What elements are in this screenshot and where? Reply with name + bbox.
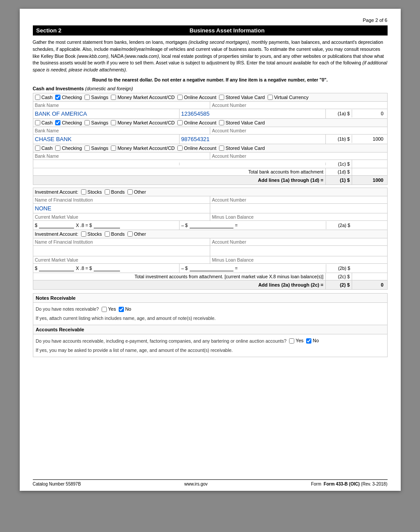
invest2-acct-label: Account Number xyxy=(210,238,387,245)
invest2-bonds-checkbox[interactable]: Bonds xyxy=(105,231,125,237)
notes-yes-input[interactable] xyxy=(102,307,107,312)
invest1-market-label-row: Current Market Value Minus Loan Balance xyxy=(33,213,388,220)
row1-savings-input[interactable] xyxy=(85,95,90,100)
row3-cash-input[interactable] xyxy=(35,145,40,151)
row3-checking-checkbox[interactable]: Checking xyxy=(55,145,82,151)
row2-savings-checkbox[interactable]: Savings xyxy=(85,120,108,125)
row3-money-market-input[interactable] xyxy=(111,145,116,151)
invest2-market-value-field[interactable] xyxy=(39,265,74,271)
row2-stored-value-label: Stored Value Card xyxy=(226,120,265,125)
row2-money-market-checkbox[interactable]: Money Market Account/CD xyxy=(111,120,175,125)
invest2-other-checkbox[interactable]: Other xyxy=(127,231,146,237)
row3-money-market-label: Money Market Account/CD xyxy=(117,145,175,151)
row3-money-market-checkbox[interactable]: Money Market Account/CD xyxy=(111,145,175,151)
row1-values: BANK OF AMERICA 123654585 (1a) $ 0 xyxy=(33,109,388,118)
row1-cash-checkbox[interactable]: Cash xyxy=(35,95,53,100)
row3-stored-value-checkbox[interactable]: Stored Value Card xyxy=(219,145,265,151)
invest2-dollar: $ xyxy=(35,266,38,271)
row2-online-account-checkbox[interactable]: Online Account xyxy=(177,120,216,125)
invest2-calc-right: – $ = xyxy=(180,264,326,273)
row3-labels: Bank Name Account Number xyxy=(33,152,388,160)
invest1-stocks-checkbox[interactable]: Stocks xyxy=(81,189,102,195)
invest1-bonds-label: Bonds xyxy=(111,189,125,195)
row3-cash-checkbox[interactable]: Cash xyxy=(35,145,53,151)
accounts-receivable-block: Accounts Receivable Do you have accounts… xyxy=(33,325,388,357)
row3-line-value xyxy=(352,163,387,165)
invest1-calc-left: $ X .8 = $ xyxy=(33,221,180,230)
row2-online-account-input[interactable] xyxy=(177,120,183,125)
row3-stored-value-input[interactable] xyxy=(219,145,224,151)
total-row-1: Add lines (1a) through (1d) = (1) $ 1000 xyxy=(33,175,388,185)
notes-no-checkbox[interactable]: No xyxy=(119,305,131,313)
invest1-label-row: Name of Financial Institution Account Nu… xyxy=(33,196,388,203)
row3-online-account-checkbox[interactable]: Online Account xyxy=(177,145,216,151)
invest1-bonds-input[interactable] xyxy=(105,189,110,195)
invest2-market-label-row: Current Market Value Minus Loan Balance xyxy=(33,256,388,263)
row2-stored-value-checkbox[interactable]: Stored Value Card xyxy=(219,120,265,125)
row1-bank-name-label: Bank Name xyxy=(33,102,211,109)
total-2-value: 0 xyxy=(352,280,387,289)
row1-money-market-checkbox[interactable]: Money Market Account/CD xyxy=(111,95,175,100)
invest1-stocks-input[interactable] xyxy=(81,189,86,195)
row1-online-account-label: Online Account xyxy=(184,95,216,100)
row1-online-account-input[interactable] xyxy=(177,95,183,100)
invest2-other-input[interactable] xyxy=(127,231,133,237)
accounts-receivable-content: Do you have accounts receivable, includi… xyxy=(33,334,387,356)
invest1-other-checkbox[interactable]: Other xyxy=(127,189,146,195)
round-note: Round to the nearest dollar. Do not ente… xyxy=(33,77,388,82)
invest2-formula-result-field[interactable] xyxy=(94,265,120,271)
row2-money-market-input[interactable] xyxy=(111,120,116,125)
invest2-loan-balance-field[interactable] xyxy=(190,265,233,271)
invest1-formula-result-field[interactable] xyxy=(94,222,120,228)
invest2-line-value xyxy=(352,267,387,270)
row2-cash-input[interactable] xyxy=(35,120,40,125)
invest1-name: NONE xyxy=(33,204,211,213)
subtotal-value xyxy=(352,171,387,173)
total-1-tag: (1) $ xyxy=(326,176,352,184)
row2-cash-checkbox[interactable]: Cash xyxy=(35,120,53,125)
invest1-label: Investment Account: xyxy=(35,189,78,195)
row2-checking-checkbox[interactable]: Checking xyxy=(55,120,82,125)
row2-stored-value-input[interactable] xyxy=(219,120,224,125)
invest1-minus: – $ xyxy=(181,223,188,228)
row1-stored-value-checkbox[interactable]: Stored Value Card xyxy=(219,95,265,100)
row2-savings-input[interactable] xyxy=(85,120,90,125)
row3-savings-checkbox[interactable]: Savings xyxy=(85,145,108,151)
accounts-no-input[interactable] xyxy=(306,338,311,344)
row3-checking-input[interactable] xyxy=(55,145,60,151)
row1-virtual-currency-input[interactable] xyxy=(268,95,273,100)
row1-bank-name: BANK OF AMERICA xyxy=(33,109,180,118)
invest1-loan-balance-field[interactable] xyxy=(190,222,233,228)
invest1-value-row: NONE xyxy=(33,203,388,213)
row1-checking-checkbox[interactable]: Checking xyxy=(55,95,82,100)
invest1-bonds-checkbox[interactable]: Bonds xyxy=(105,189,125,195)
invest2-name-label: Name of Financial Institution xyxy=(33,238,211,245)
invest2-stocks-checkbox[interactable]: Stocks xyxy=(81,231,102,237)
row3-online-account-input[interactable] xyxy=(177,145,183,151)
row1-stored-value-input[interactable] xyxy=(219,95,224,100)
invest2-stocks-input[interactable] xyxy=(81,231,86,237)
notes-no-label: No xyxy=(125,305,131,313)
footer-catalog: Catalog Number 55897B xyxy=(33,482,81,486)
row1-money-market-input[interactable] xyxy=(111,95,116,100)
row2-savings-label: Savings xyxy=(91,120,108,125)
invest1-market-value-field[interactable] xyxy=(39,222,74,228)
accounts-no-checkbox[interactable]: No xyxy=(306,337,319,345)
accounts-yes-checkbox[interactable]: Yes xyxy=(289,337,304,345)
notes-yes-checkbox[interactable]: Yes xyxy=(102,305,116,313)
invest1-other-input[interactable] xyxy=(127,189,133,195)
row2-checking-input[interactable] xyxy=(55,120,60,125)
notes-no-input[interactable] xyxy=(119,307,124,312)
invest1-line-label: (2a) $ xyxy=(326,221,352,229)
row1-cash-input[interactable] xyxy=(35,95,40,100)
row1-savings-checkbox[interactable]: Savings xyxy=(85,95,108,100)
row1-checking-input[interactable] xyxy=(55,95,60,100)
row1-online-account-checkbox[interactable]: Online Account xyxy=(177,95,216,100)
row1-virtual-currency-checkbox[interactable]: Virtual Currency xyxy=(268,95,309,100)
invest2-bonds-label: Bonds xyxy=(111,231,125,237)
row3-savings-input[interactable] xyxy=(85,145,90,151)
invest2-calc-row: $ X .8 = $ – $ = (2b) $ xyxy=(33,263,388,273)
invest2-bonds-input[interactable] xyxy=(105,231,110,237)
invest2-minus: – $ xyxy=(181,266,188,271)
accounts-yes-input[interactable] xyxy=(289,338,294,344)
